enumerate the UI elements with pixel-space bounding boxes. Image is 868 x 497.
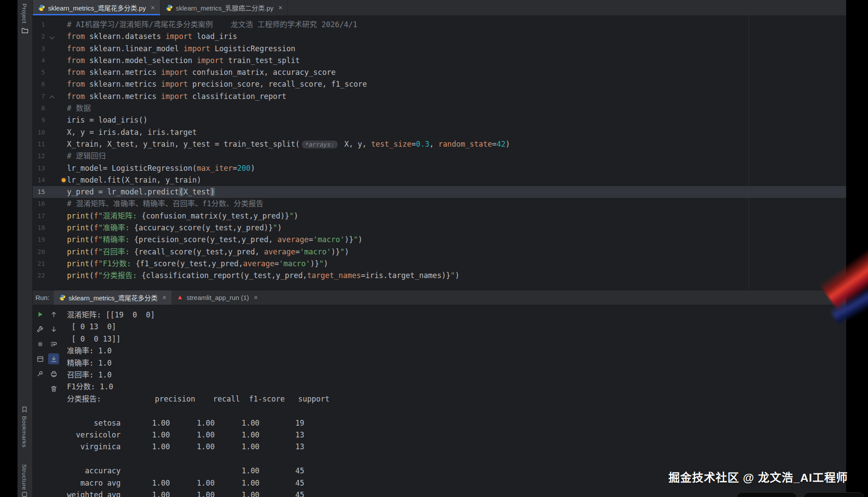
code-line-14[interactable]: 14lr_model.fit(X_train, y_train) xyxy=(33,174,846,186)
editor-tab-1[interactable]: sklearn_metrics_鸢尾花多分类.py× xyxy=(33,0,161,15)
code-text: print(f"召回率: {recall_score(y_test,y_pred… xyxy=(67,246,349,258)
fold-chevron-icon[interactable] xyxy=(49,35,54,39)
line-number: 10 xyxy=(33,127,45,138)
code-text: # 逻辑回归 xyxy=(67,150,105,162)
code-line-18[interactable]: 18print(f"准确率: {accuracy_score(y_test,y_… xyxy=(33,222,846,234)
code-line-8[interactable]: 8# 数据 xyxy=(33,102,846,114)
structure-tool-button[interactable]: Structure xyxy=(21,464,28,490)
trash-button[interactable] xyxy=(48,383,59,394)
code-text: print(f"准确率: {accuracy_score(y_test,y_pr… xyxy=(67,222,282,234)
code-text: # 混淆矩阵、准确率、精确率、召回率、f1分数、分类报告 xyxy=(67,198,263,210)
close-icon[interactable]: × xyxy=(254,294,258,301)
code-line-10[interactable]: 10X, y = iris.data, iris.target xyxy=(33,127,846,138)
line-number: 7 xyxy=(33,91,45,102)
line-number: 21 xyxy=(33,258,45,270)
line-number: 2 xyxy=(33,31,45,42)
close-icon[interactable]: × xyxy=(162,294,166,301)
fold-chevron-icon[interactable] xyxy=(49,95,54,100)
code-line-11[interactable]: 11X_train, X_test, y_train, y_test = tra… xyxy=(33,138,846,150)
run-toolbar xyxy=(35,309,66,394)
layout-button[interactable] xyxy=(35,353,46,364)
code-line-12[interactable]: 12# 逻辑回归 xyxy=(33,150,846,162)
line-number: 22 xyxy=(33,270,45,282)
code-line-21[interactable]: 21print(f"F1分数: {f1_score(y_test,y_pred,… xyxy=(33,258,846,270)
line-number: 6 xyxy=(33,78,45,90)
watermark-text: 掘金技术社区 @ 龙文浩_AI工程师 xyxy=(668,469,848,485)
pin-button[interactable] xyxy=(35,368,46,379)
code-line-19[interactable]: 19print(f"精确率: {precision_score(y_test,y… xyxy=(33,234,846,246)
code-line-20[interactable]: 20print(f"召回率: {recall_score(y_test,y_pr… xyxy=(33,246,846,258)
code-text: from sklearn.metrics import classificati… xyxy=(67,91,287,102)
code-text: print(f"混淆矩阵: {confusion_matrix(y_test,y… xyxy=(67,210,298,222)
structure-icon[interactable] xyxy=(21,491,28,497)
editor-tab-2[interactable]: sklearn_metrics_乳腺癌二分类.py× xyxy=(161,0,288,15)
code-text: X_train, X_test, y_train, y_test = train… xyxy=(67,138,510,151)
stop-button[interactable] xyxy=(35,338,46,349)
code-text: print(f"F1分数: {f1_score(y_test,y_pred,av… xyxy=(67,258,328,270)
code-text: from sklearn.metrics import precision_sc… xyxy=(67,78,367,90)
line-number: 19 xyxy=(33,234,45,246)
line-number: 3 xyxy=(33,43,45,55)
main-area: sklearn_metrics_鸢尾花多分类.py×sklearn_metric… xyxy=(33,0,846,497)
code-text: from sklearn.model_selection import trai… xyxy=(67,55,300,67)
code-line-7[interactable]: 7from sklearn.metrics import classificat… xyxy=(33,91,846,102)
caret-marker-icon xyxy=(62,178,66,182)
line-number: 16 xyxy=(33,198,45,210)
ide-window: Project Bookmarks Structure sklearn_metr… xyxy=(0,0,868,497)
code-line-17[interactable]: 17print(f"混淆矩阵: {confusion_matrix(y_test… xyxy=(33,210,846,222)
code-line-2[interactable]: 2from sklearn.datasets import load_iris xyxy=(33,31,846,42)
arrow-up-button[interactable] xyxy=(48,309,59,320)
code-text: from sklearn.datasets import load_iris xyxy=(67,31,237,42)
printer-button[interactable] xyxy=(48,368,59,379)
line-number: 13 xyxy=(33,162,45,174)
project-tool-button[interactable]: Project xyxy=(21,4,28,24)
run-tab-1[interactable]: sklearn_metrics_鸢尾花多分类× xyxy=(54,290,172,305)
bookmark-icon xyxy=(21,406,28,412)
code-line-4[interactable]: 4from sklearn.model_selection import tra… xyxy=(33,55,846,67)
close-icon[interactable]: × xyxy=(150,4,154,11)
code-text: lr_model= LogisticRegression(max_iter=20… xyxy=(67,162,255,174)
code-line-6[interactable]: 6from sklearn.metrics import precision_s… xyxy=(33,78,846,90)
bookmarks-tool-button[interactable]: Bookmarks xyxy=(21,416,28,448)
line-number: 8 xyxy=(33,102,45,114)
scroll-end-button[interactable] xyxy=(48,353,59,364)
line-number: 5 xyxy=(33,67,45,78)
line-number: 11 xyxy=(33,138,45,150)
code-text: X, y = iris.data, iris.target xyxy=(67,127,197,138)
play-button[interactable] xyxy=(35,309,46,320)
overlay-pill-left xyxy=(736,492,797,497)
code-line-1[interactable]: 1# AI机器学习/混淆矩阵/鸢尾花多分类案例 龙文浩 工程师的学术研究 202… xyxy=(33,19,846,31)
python-icon xyxy=(38,4,45,11)
soft-wrap-button[interactable] xyxy=(48,338,59,349)
code-line-13[interactable]: 13lr_model= LogisticRegression(max_iter=… xyxy=(33,162,846,174)
line-number: 18 xyxy=(33,222,45,234)
code-editor[interactable]: 1# AI机器学习/混淆矩阵/鸢尾花多分类案例 龙文浩 工程师的学术研究 202… xyxy=(33,15,846,290)
line-number: 12 xyxy=(33,150,45,162)
code-text: y_pred = lr_model.predict(X_test) xyxy=(67,186,215,198)
folder-icon[interactable] xyxy=(21,27,28,34)
python-icon xyxy=(59,294,66,301)
code-line-16[interactable]: 16# 混淆矩阵、准确率、精确率、召回率、f1分数、分类报告 xyxy=(33,198,846,210)
line-number: 4 xyxy=(33,55,45,67)
code-line-9[interactable]: 9iris = load_iris() xyxy=(33,114,846,126)
code-text: iris = load_iris() xyxy=(67,114,147,126)
left-tool-stripe: Project Bookmarks Structure xyxy=(18,0,33,497)
code-line-3[interactable]: 3from sklearn.linear_model import Logist… xyxy=(33,43,846,55)
code-text: from sklearn.metrics import confusion_ma… xyxy=(67,67,336,78)
run-tab-label: sklearn_metrics_鸢尾花多分类 xyxy=(69,293,158,302)
toolbar-column xyxy=(35,309,46,394)
close-icon[interactable]: × xyxy=(278,4,282,11)
code-line-15[interactable]: 15y_pred = lr_model.predict(X_test) xyxy=(33,186,846,198)
arrow-down-button[interactable] xyxy=(48,324,59,335)
code-line-5[interactable]: 5from sklearn.metrics import confusion_m… xyxy=(33,67,846,78)
wrench-button[interactable] xyxy=(35,324,46,335)
code-line-22[interactable]: 22print(f"分类报告: {classification_report(y… xyxy=(33,270,846,282)
line-number: 15 xyxy=(33,186,45,198)
run-tab-bar: Run: sklearn_metrics_鸢尾花多分类×streamlit_ap… xyxy=(33,290,846,305)
code-text: lr_model.fit(X_train, y_train) xyxy=(67,174,201,186)
run-tab-2[interactable]: streamlit_app_run (1)× xyxy=(172,290,263,305)
toolbar-column xyxy=(48,309,59,394)
overlay-pill-right xyxy=(803,492,864,497)
line-number: 14 xyxy=(33,174,45,186)
code-text: print(f"分类报告: {classification_report(y_t… xyxy=(67,270,459,282)
